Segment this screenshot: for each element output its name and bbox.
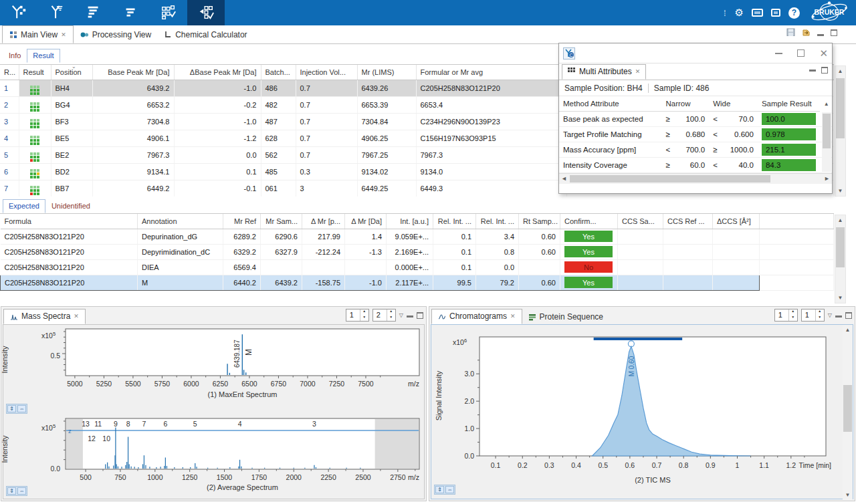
column-header[interactable]: Position⌄: [51, 65, 92, 80]
scroll-up-icon[interactable]: ▲: [835, 66, 845, 76]
y-zoom-icon[interactable]: ⇕: [7, 405, 16, 412]
table-cell[interactable]: [19, 130, 51, 146]
table-cell[interactable]: 9134.1: [92, 163, 174, 180]
attribute-name-cell[interactable]: Intensity Coverage: [559, 157, 662, 172]
column-header[interactable]: Result: [19, 65, 51, 80]
scroll-up-icon[interactable]: ▲: [835, 215, 845, 225]
column-header[interactable]: Mr (LIMS): [357, 65, 416, 80]
table-cell[interactable]: 2.117E+...: [387, 275, 433, 290]
y-zoom-icon[interactable]: ⇕: [7, 487, 16, 495]
column-header[interactable]: Rel. Int. ...: [433, 214, 476, 229]
threshold-cell[interactable]: ≥1000.0: [709, 142, 758, 157]
table-cell[interactable]: 6439.26: [357, 80, 416, 96]
scroll-down-icon[interactable]: ▼: [835, 293, 845, 303]
table-cell[interactable]: 6449.3: [416, 180, 566, 197]
restore-layout-icon[interactable]: [771, 9, 780, 17]
table-cell[interactable]: [19, 113, 51, 130]
tab-info[interactable]: Info: [3, 49, 27, 63]
window-title-bar[interactable]: C ✕: [559, 43, 832, 64]
tab-chromatograms[interactable]: Chromatograms ✕: [431, 309, 522, 324]
checklist-grid-icon[interactable]: [150, 0, 187, 25]
table-cell[interactable]: 0.1: [433, 229, 476, 244]
row-count-spinner[interactable]: 1 ▲▼: [774, 309, 798, 322]
table-cell[interactable]: 0.7: [296, 130, 357, 146]
table-cell[interactable]: Depurination_dG: [138, 229, 223, 244]
table-cell[interactable]: 6439.2: [92, 80, 174, 96]
column-header[interactable]: Method Attribute: [559, 96, 662, 111]
column-header[interactable]: Wide: [709, 96, 758, 111]
scroll-up-icon[interactable]: ▲: [843, 325, 853, 335]
table-cell[interactable]: 0.60: [519, 229, 560, 244]
tab-mass-spectra[interactable]: Mass Spectra ✕: [3, 309, 86, 324]
tic-chromatogram-plot[interactable]: x1060.01.02.03.0M 0.600.10.20.30.40.50.6…: [447, 328, 839, 497]
table-cell[interactable]: 6440.2: [223, 275, 261, 290]
minimize-view-icon[interactable]: [407, 316, 413, 318]
sample-result-cell[interactable]: 100.0: [758, 111, 820, 126]
threshold-cell[interactable]: <700.0: [662, 142, 710, 157]
threshold-cell[interactable]: <70.0: [709, 111, 758, 126]
table-row[interactable]: Intensity Coverage≥60.0<40.084.3: [559, 157, 832, 172]
confirmed-cell[interactable]: No: [560, 259, 618, 275]
scroll-up-icon[interactable]: ▲: [820, 96, 832, 111]
y-zoom-icon[interactable]: ⇕: [435, 486, 444, 493]
view-menu-icon[interactable]: ▽: [399, 312, 403, 318]
close-icon[interactable]: ✕: [74, 313, 79, 320]
column-header[interactable]: CCS Sa...: [618, 214, 663, 229]
row-number[interactable]: 3: [0, 113, 19, 130]
column-header[interactable]: Formular or Mr avg: [416, 65, 566, 80]
multi-hscrollbar[interactable]: ◄ ►: [559, 173, 832, 184]
tab-processing-view[interactable]: Processing View: [74, 25, 158, 43]
column-header[interactable]: Narrow: [662, 96, 710, 111]
table-cell[interactable]: 0.1: [174, 163, 261, 180]
confirmed-cell[interactable]: Yes: [560, 275, 618, 290]
threshold-cell[interactable]: ≥0.680: [662, 126, 710, 142]
table-row[interactable]: C205H258N83O121P20DIEA6569.40.000E+...0.…: [1, 259, 834, 275]
maximize-view-icon[interactable]: [831, 29, 837, 36]
table-cell[interactable]: 6289.2: [223, 229, 261, 244]
table-cell[interactable]: [713, 229, 760, 244]
expected-table-scrollbar[interactable]: ▲ ▼: [835, 215, 846, 303]
close-icon[interactable]: ✕: [61, 31, 66, 38]
table-cell[interactable]: 4906.25: [357, 130, 416, 146]
table-cell[interactable]: 0.8: [476, 244, 519, 259]
scroll-down-icon[interactable]: ▼: [843, 490, 853, 500]
result-table-scrollbar[interactable]: ▲ ▼: [835, 66, 846, 197]
sample-result-cell[interactable]: 0.978: [758, 126, 820, 142]
table-cell[interactable]: 7304.84: [357, 113, 416, 130]
table-cell[interactable]: C156H197N63O93P15: [416, 130, 566, 146]
table-cell[interactable]: [19, 180, 51, 197]
table-row[interactable]: C205H258N83O121P20M6440.26439.2-158.75-1…: [1, 275, 834, 290]
column-header[interactable]: Rt Samp...: [519, 214, 560, 229]
multi-attributes-window[interactable]: C ✕ Multi Attributes ✕ Sample Position: …: [558, 43, 833, 194]
row-number[interactable]: 5: [0, 146, 19, 163]
table-cell[interactable]: -212.24: [302, 244, 345, 259]
table-cell[interactable]: [19, 146, 51, 163]
table-cell[interactable]: [713, 259, 760, 275]
table-cell[interactable]: BE2: [51, 146, 92, 163]
table-cell[interactable]: BF3: [51, 113, 92, 130]
column-header[interactable]: Injection Vol...: [296, 65, 357, 80]
table-cell[interactable]: 628: [261, 130, 296, 146]
sample-result-cell[interactable]: 84.3: [758, 157, 820, 172]
column-header[interactable]: Δ Mr [p...: [302, 214, 345, 229]
table-cell[interactable]: BB7: [51, 180, 92, 197]
table-cell[interactable]: [663, 244, 713, 259]
threshold-cell[interactable]: <0.600: [709, 126, 758, 142]
table-cell[interactable]: 6449.25: [357, 180, 416, 197]
checklist-arrow-icon[interactable]: [187, 0, 225, 25]
table-cell[interactable]: C234H296N90O139P23: [416, 113, 566, 130]
table-cell[interactable]: C205H258N83O121P20: [1, 275, 138, 290]
table-cell[interactable]: 7967.25: [357, 146, 416, 163]
table-cell[interactable]: Depyrimidination_dC: [138, 244, 223, 259]
tab-unidentified[interactable]: Unidentified: [45, 199, 96, 213]
row-number[interactable]: 6: [0, 163, 19, 180]
table-cell[interactable]: [261, 259, 302, 275]
table-cell[interactable]: [663, 275, 713, 290]
tab-expected[interactable]: Expected: [3, 199, 45, 213]
table-cell[interactable]: [618, 259, 663, 275]
column-header[interactable]: Sample Result: [758, 96, 820, 111]
table-cell[interactable]: 061: [261, 180, 296, 197]
table-cell[interactable]: 7967.3: [92, 146, 174, 163]
table-cell[interactable]: DIEA: [138, 259, 223, 275]
table-cell[interactable]: 217.99: [302, 229, 345, 244]
